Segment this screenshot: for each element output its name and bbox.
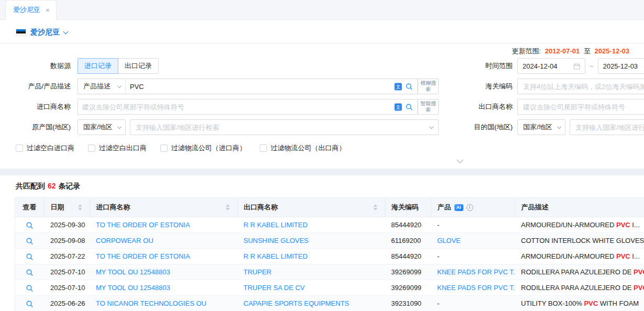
sort-icon[interactable]: [226, 204, 231, 210]
collapse-chevron-icon[interactable]: [457, 157, 463, 163]
column-header-7: 产品描述: [515, 198, 644, 217]
filter-checkbox-1[interactable]: 过滤空白进口商: [16, 143, 74, 153]
exporter-link[interactable]: TRUPER: [243, 268, 271, 276]
exporter-link[interactable]: SUNSHINE GLOVES: [243, 237, 308, 245]
importer-link[interactable]: MY TOOL OU 12548803: [96, 284, 170, 292]
importer-name-input[interactable]: [82, 103, 391, 111]
importer-link[interactable]: TO NICANOR TECHNOLOGIES OU: [96, 299, 206, 307]
exporter-cell: R R KABEL LIMITED: [237, 249, 385, 264]
smart-search-toggle[interactable]: 智能搜索: [418, 99, 439, 115]
importer-link[interactable]: MY TOOL OU 12548803: [96, 268, 170, 276]
column-header-6: 产品AIi: [431, 198, 515, 217]
magnifier-icon[interactable]: [26, 221, 34, 229]
import-records-button[interactable]: 进口记录: [77, 58, 118, 74]
product-link[interactable]: KNEE PADS FOR PVC T...: [437, 268, 515, 276]
magnifier-icon[interactable]: [26, 237, 34, 245]
hs-code-input[interactable]: [517, 79, 644, 94]
origin-type-select[interactable]: 国家/地区: [77, 119, 126, 135]
filter-checkbox-2[interactable]: 过滤空白出口商: [88, 143, 147, 153]
importer-link[interactable]: TO THE ORDER OF ESTONIA: [96, 252, 190, 260]
filter-checkbox-3[interactable]: 过滤物流公司（进口商）: [160, 143, 246, 153]
column-label: 日期: [51, 203, 64, 212]
tab-bar: 爱沙尼亚 ×: [0, 0, 644, 20]
magnifier-icon[interactable]: [26, 284, 34, 292]
exporter-link[interactable]: R R KABEL LIMITED: [243, 252, 307, 260]
calendar-icon: [573, 63, 580, 70]
fuzzy-search-toggle[interactable]: 模糊搜索: [418, 79, 439, 94]
close-icon[interactable]: ×: [46, 7, 50, 14]
importer-cell: TO THE ORDER OF ESTONIA: [90, 249, 237, 264]
export-records-button[interactable]: 出口记录: [118, 58, 159, 74]
product-search-input[interactable]: [130, 83, 391, 91]
hs-code-label: 海关编码: [439, 82, 517, 91]
destination-type-select[interactable]: 国家/地区: [517, 119, 565, 135]
search-help-icon[interactable]: [405, 103, 413, 111]
estonia-flag-icon: [16, 29, 26, 36]
exporter-name-input[interactable]: [517, 99, 644, 115]
magnifier-icon[interactable]: [26, 269, 34, 276]
form-row-origin: 原产国(地区) 国家/地区 目的国(地区) 国家/地区: [0, 119, 644, 135]
hs-code-cell: 85444920: [385, 217, 431, 233]
result-row-6: 2025-06-26TO NICANOR TECHNOLOGIES OUCAPA…: [15, 296, 644, 311]
importer-link[interactable]: CORPOWEAR OU: [96, 237, 153, 245]
view-cell: [15, 233, 44, 249]
importer-link[interactable]: TO THE ORDER OF ESTONIA: [96, 221, 190, 229]
column-header-4[interactable]: 出口商名称: [237, 198, 385, 217]
collapse-bar: [0, 156, 644, 169]
results-panel: 共匹配到62条记录 查看日期进口商名称出口商名称海关编码产品AIi产品描述 20…: [0, 175, 644, 311]
tab-estonia[interactable]: 爱沙尼亚 ×: [5, 0, 57, 20]
importer-cell: CORPOWEAR OU: [90, 233, 237, 249]
column-header-5: 海关编码: [385, 198, 431, 217]
search-help-icon[interactable]: [405, 83, 413, 91]
magnifier-icon[interactable]: [26, 300, 34, 308]
hs-code-cell: 61169200: [385, 233, 431, 249]
description-cell: RODILLERA PARA AZULEJERO DE PVC: [515, 280, 644, 296]
origin-type-value: 国家/地区: [83, 123, 113, 132]
column-header-2[interactable]: 日期: [44, 198, 90, 217]
start-date-value: 2024-12-04: [523, 62, 570, 70]
view-cell: [15, 296, 44, 311]
product-type-select[interactable]: 产品描述: [77, 79, 126, 94]
description-cell: RODILLERA PARA AZULEJERO DE PVC: [515, 264, 644, 280]
result-row-2: 2025-09-08CORPOWEAR OUSUNSHINE GLOVES611…: [15, 233, 644, 249]
country-name[interactable]: 爱沙尼亚: [30, 28, 60, 37]
view-cell: [15, 217, 44, 233]
chevron-down-icon: [117, 124, 121, 128]
ai-badge: AI: [454, 204, 463, 211]
product-search-group: 产品描述 文 模糊搜索: [77, 79, 439, 94]
destination-country-input[interactable]: [575, 124, 644, 131]
origin-country-input[interactable]: [136, 124, 427, 131]
date-cell: 2025-07-22: [44, 249, 90, 264]
start-date-input[interactable]: 2024-12-04: [517, 58, 585, 74]
filter-row: 过滤空白进口商过滤空白出口商过滤物流公司（进口商）过滤物流公司（出口商）: [0, 143, 644, 153]
translate-icon[interactable]: 文: [394, 103, 402, 111]
chevron-down-icon[interactable]: [63, 29, 69, 34]
result-row-4: 2025-07-10MY TOOL OU 12548803TRUPER39269…: [15, 264, 644, 280]
sort-icon[interactable]: [78, 204, 83, 210]
data-source-label: 数据源: [0, 61, 77, 71]
product-text: -: [437, 221, 439, 229]
checkbox-icon: [16, 145, 23, 152]
column-header-3[interactable]: 进口商名称: [90, 198, 237, 217]
results-table-wrap: 查看日期进口商名称出口商名称海关编码产品AIi产品描述 2025-09-30TO…: [15, 197, 644, 311]
exporter-link[interactable]: TRUPER SA DE CV: [243, 284, 305, 292]
sort-icon[interactable]: [373, 204, 379, 210]
exporter-link[interactable]: R R KABEL LIMITED: [243, 221, 307, 229]
update-range-to: 至: [584, 47, 591, 55]
filter-checkbox-4[interactable]: 过滤物流公司（出口商）: [260, 143, 346, 153]
product-link[interactable]: GLOVE: [437, 237, 461, 245]
column-label: 查看: [23, 203, 36, 212]
importer-cell: MY TOOL OU 12548803: [90, 280, 237, 296]
update-range-end: 2025-12-03: [595, 47, 630, 55]
svg-text:文: 文: [396, 105, 401, 110]
product-text: -: [437, 299, 439, 307]
info-circle-icon[interactable]: i: [467, 204, 473, 211]
view-cell: [15, 249, 44, 264]
checkbox-icon: [88, 145, 95, 152]
hs-code-cell: 39269099: [385, 264, 431, 280]
translate-icon[interactable]: 文: [394, 83, 402, 91]
end-date-input[interactable]: 2025-12-03: [598, 58, 644, 74]
product-link[interactable]: KNEE PADS FOR PVC T...: [437, 284, 515, 292]
magnifier-icon[interactable]: [26, 253, 34, 261]
exporter-link[interactable]: CAPAPIE SPORTS EQUIPMENTS: [243, 299, 349, 307]
